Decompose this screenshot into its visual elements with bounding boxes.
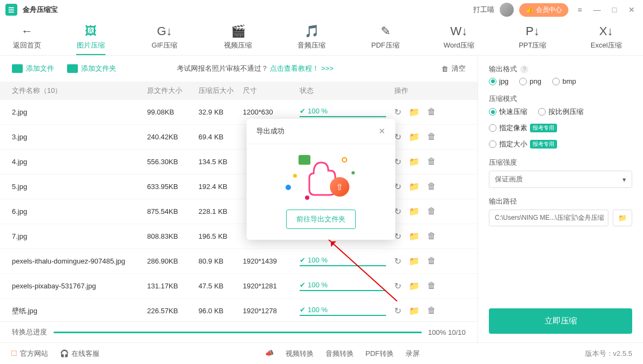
col-size: 尺寸 — [243, 86, 300, 96]
link-record[interactable]: 录屏 — [406, 349, 420, 359]
delete-icon[interactable]: 🗑 — [427, 256, 436, 266]
open-icon[interactable]: 📁 — [409, 231, 420, 241]
delete-icon[interactable]: 🗑 — [427, 206, 436, 217]
delete-icon[interactable]: 🗑 — [427, 181, 436, 192]
cell-size: 1920*1278 — [243, 307, 300, 315]
tab-video[interactable]: 🎬视频压缩 — [201, 19, 275, 55]
tips-link[interactable]: 点击查看教程！ — [270, 64, 319, 72]
radio-ratio[interactable]: 按比例压缩 — [538, 107, 584, 117]
cell-name: pexels-ithalu-dominguez-907485.jpg — [12, 257, 147, 265]
cell-name: 6.jpg — [12, 207, 147, 215]
delete-icon[interactable]: 🗑 — [427, 306, 436, 316]
table-row: 7.jpg 808.83KB 196.5 KB ↻ 📁 🗑 — [0, 224, 478, 249]
tab-word[interactable]: W↓Word压缩 — [422, 19, 496, 55]
tab-back[interactable]: ← 返回首页 — [0, 19, 54, 55]
minimize-icon[interactable]: — — [591, 4, 603, 16]
cell-ops: ↻ 📁 🗑 — [394, 256, 454, 266]
cell-orig: 556.30KB — [147, 158, 198, 166]
tab-pdf[interactable]: ✎PDF压缩 — [349, 19, 422, 55]
radio-fast[interactable]: 快速压缩 — [489, 107, 527, 117]
bottom-bar: ☐官方网站 🎧在线客服 📣 视频转换 音频转换 PDF转换 录屏 版本号：v2.… — [0, 342, 643, 364]
user-name: 打工喵 — [473, 5, 494, 15]
radio-jpg[interactable]: jpg — [489, 77, 508, 85]
browser-icon: ☐ — [11, 349, 17, 358]
compress-button[interactable]: 立即压缩 — [489, 308, 632, 334]
help-icon[interactable]: ? — [520, 65, 528, 73]
check-icon: ✔ — [300, 107, 306, 115]
add-file-button[interactable]: 添加文件 — [12, 64, 54, 73]
gif-icon: G↓ — [157, 24, 172, 38]
status-ok: ✔ 100 % — [300, 107, 394, 115]
cell-ops: ↻ 📁 🗑 — [394, 231, 454, 241]
radio-size[interactable]: 指定大小报考专用 — [489, 139, 557, 149]
delete-icon[interactable]: 🗑 — [427, 231, 436, 241]
retry-icon[interactable]: ↻ — [394, 256, 401, 266]
cell-ops: ↻ 📁 🗑 — [394, 206, 454, 217]
open-icon[interactable]: 📁 — [409, 206, 420, 217]
tab-ppt[interactable]: P↓PPT压缩 — [496, 19, 569, 55]
retry-icon[interactable]: ↻ — [394, 107, 401, 117]
cell-orig: 226.57KB — [147, 307, 198, 315]
open-icon[interactable]: 📁 — [409, 281, 420, 291]
headset-icon: 🎧 — [60, 349, 69, 358]
compress-mode-label: 压缩模式 — [489, 94, 632, 104]
tab-audio[interactable]: 🎵音频压缩 — [275, 19, 348, 55]
table-header: 文件名称（10） 原文件大小 压缩后大小 尺寸 状态 操作 — [0, 82, 478, 100]
word-icon: W↓ — [450, 24, 468, 38]
tab-gif[interactable]: G↓GIF压缩 — [128, 19, 201, 55]
open-icon[interactable]: 📁 — [409, 157, 420, 167]
tab-image[interactable]: 🖼图片压缩 — [54, 19, 128, 55]
chevron-down-icon: ▾ — [622, 176, 626, 184]
official-site-link[interactable]: ☐官方网站 — [11, 349, 48, 359]
delete-icon[interactable]: 🗑 — [427, 107, 436, 117]
cell-status: ✔ 100 % — [300, 306, 394, 316]
strength-select[interactable]: 保证画质▾ — [489, 171, 632, 188]
cell-comp: 134.5 KB — [198, 158, 243, 166]
delete-icon[interactable]: 🗑 — [427, 281, 436, 291]
open-folder-button[interactable]: 前往导出文件夹 — [286, 210, 356, 229]
cell-orig: 875.54KB — [147, 207, 198, 215]
cell-ops: ↻ 📁 🗑 — [394, 157, 454, 167]
cell-name: 2.jpg — [12, 108, 147, 116]
open-icon[interactable]: 📁 — [409, 107, 420, 117]
folder-open-icon: 📁 — [618, 214, 627, 222]
cell-name: 5.jpg — [12, 183, 147, 191]
add-folder-button[interactable]: 添加文件夹 — [67, 64, 116, 73]
support-link[interactable]: 🎧在线客服 — [60, 349, 100, 359]
cell-orig: 808.83KB — [147, 232, 198, 240]
open-icon[interactable]: 📁 — [409, 306, 420, 316]
tab-excel[interactable]: X↓Excel压缩 — [569, 19, 643, 55]
table-row: pexels-pixabay-531767.jpg 131.17KB 47.5 … — [0, 274, 478, 299]
output-format-label: 输出格式? — [489, 64, 632, 74]
delete-icon[interactable]: 🗑 — [427, 157, 436, 167]
link-pdf[interactable]: PDF转换 — [366, 349, 394, 359]
retry-icon[interactable]: ↻ — [394, 306, 401, 316]
open-icon[interactable]: 📁 — [409, 256, 420, 266]
cell-ops: ↻ 📁 🗑 — [394, 306, 454, 316]
table-body: 2.jpg 99.08KB 32.9 KB 1200*630 ✔ 100 % ↻… — [0, 100, 478, 321]
path-input[interactable]: C:\Users\NING ME...\压缩宝\金舟压缩 — [489, 210, 608, 226]
image-icon: 🖼 — [85, 24, 97, 38]
cell-orig: 240.42KB — [147, 133, 198, 141]
toolbar: 添加文件 添加文件夹 考试网报名照片审核不通过？ 点击查看教程！ >>> 🗑清空 — [0, 56, 478, 82]
close-icon[interactable]: ✕ — [626, 4, 638, 16]
vip-button[interactable]: 👍 会员中心 — [519, 3, 568, 17]
radio-pixel[interactable]: 指定像素报考专用 — [489, 123, 557, 133]
avatar[interactable] — [500, 3, 514, 17]
radio-bmp[interactable]: bmp — [552, 77, 576, 85]
link-video[interactable]: 视频转换 — [286, 349, 314, 359]
browse-folder-button[interactable]: 📁 — [613, 210, 632, 226]
maximize-icon[interactable]: □ — [608, 4, 620, 16]
open-icon[interactable]: 📁 — [409, 181, 420, 192]
modal-close-icon[interactable]: ✕ — [379, 126, 386, 136]
clear-button[interactable]: 🗑清空 — [441, 64, 466, 73]
open-icon[interactable]: 📁 — [409, 132, 420, 142]
retry-icon[interactable]: ↻ — [394, 281, 401, 291]
share-icon: ⇧ — [330, 177, 349, 197]
outpath-label: 输出路径 — [489, 197, 632, 206]
menu-icon[interactable]: ≡ — [574, 4, 586, 16]
link-audio[interactable]: 音频转换 — [326, 349, 354, 359]
pdf-icon: ✎ — [381, 24, 390, 38]
radio-png[interactable]: png — [519, 77, 541, 85]
delete-icon[interactable]: 🗑 — [427, 132, 436, 142]
